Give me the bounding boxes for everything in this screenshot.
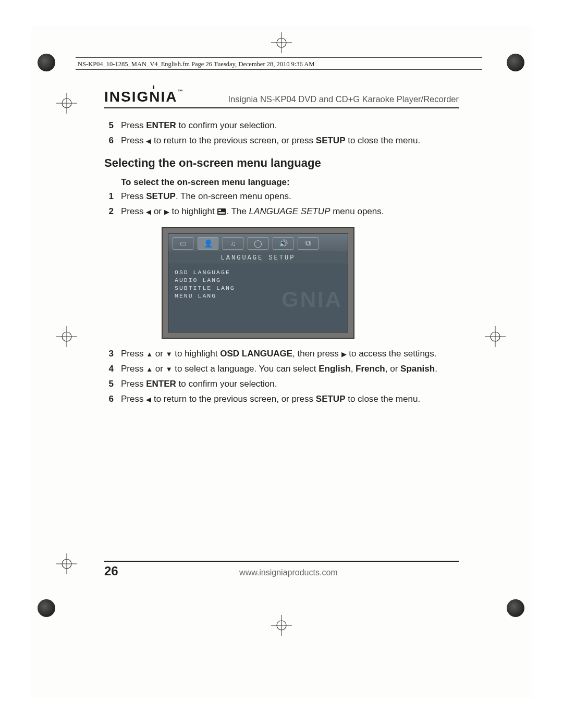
- bold-text: Spanish: [400, 364, 435, 374]
- menu-screenshot: ▭👤♫◯🔊⧉ LANGUAGE SETUP OSD LANGUAGEAUDIO …: [162, 227, 354, 339]
- step-body: Press ▲ or ▼ to select a language. You c…: [121, 363, 459, 375]
- crop-dot: [38, 599, 55, 617]
- down-arrow-icon: ▼: [166, 350, 173, 359]
- step-list-top: 5Press ENTER to confirm your selection.6…: [104, 120, 459, 147]
- step-item: 4Press ▲ or ▼ to select a language. You …: [104, 363, 459, 375]
- step-item: 1Press SETUP. The on-screen menu opens.: [104, 191, 459, 203]
- menu-tab-icon: 👤: [198, 237, 218, 250]
- step-body: Press ◀ to return to the previous screen…: [121, 393, 459, 405]
- trademark-icon: ™: [177, 89, 182, 94]
- registration-mark: [56, 553, 77, 574]
- menu-tab-icon: ◯: [248, 237, 268, 250]
- crop-dot: [38, 54, 55, 71]
- bold-text: English: [319, 364, 350, 374]
- language-menu-icon: [217, 208, 226, 215]
- step-body: Press ◀ or ▶ to highlight . The LANGUAGE…: [121, 206, 459, 218]
- svg-rect-19: [218, 209, 221, 211]
- italic-text: LANGUAGE SETUP: [249, 206, 331, 216]
- crop-dot: [507, 599, 524, 617]
- step-number: 2: [104, 206, 114, 218]
- svg-rect-20: [218, 212, 225, 213]
- page-header: INSIGNIA™ Insignia NS-KP04 DVD and CD+G …: [104, 89, 459, 108]
- document-title: Insignia NS-KP04 DVD and CD+G Karaoke Pl…: [193, 94, 459, 105]
- step-number: 5: [104, 378, 114, 390]
- step-body: Press ◀ to return to the previous screen…: [121, 135, 459, 147]
- menu-tab-row: ▭👤♫◯🔊⧉: [168, 234, 348, 252]
- file-info-bar: NS-KP04_10-1285_MAN_V4_English.fm Page 2…: [76, 57, 482, 70]
- brand-logo: INSIGNIA™: [104, 89, 186, 105]
- menu-tab-icon: ⧉: [298, 237, 319, 250]
- page-content: INSIGNIA™ Insignia NS-KP04 DVD and CD+G …: [104, 89, 459, 415]
- file-info-text: NS-KP04_10-1285_MAN_V4_English.fm Page 2…: [78, 60, 314, 68]
- footer-url: www.insigniaproducts.com: [118, 568, 459, 577]
- step-item: 5Press ENTER to confirm your selection.: [104, 120, 459, 132]
- section-heading: Selecting the on-screen menu language: [104, 156, 459, 170]
- menu-item-label: AUDIO LANG: [175, 276, 341, 284]
- menu-tab-icon: 🔊: [273, 237, 293, 250]
- step-body: Press ENTER to confirm your selection.: [121, 378, 459, 390]
- registration-mark: [271, 615, 292, 636]
- step-list-main-a: 1Press SETUP. The on-screen menu opens.2…: [104, 191, 459, 218]
- key-label: SETUP: [316, 135, 346, 145]
- menu-tab-icon: ♫: [223, 237, 243, 250]
- bold-text: SETUP: [316, 394, 346, 404]
- key-label: ENTER: [146, 120, 176, 130]
- page-number: 26: [104, 564, 118, 578]
- menu-item-label: MENU LANG: [175, 292, 341, 300]
- menu-tab-icon: ▭: [173, 237, 193, 250]
- step-item: 3Press ▲ or ▼ to highlight OSD LANGUAGE,…: [104, 348, 459, 360]
- bold-text: French: [356, 364, 385, 374]
- menu-item-label: SUBTITLE LANG: [175, 284, 341, 292]
- step-number: 5: [104, 120, 114, 132]
- step-number: 4: [104, 363, 114, 375]
- page-footer: 26 www.insigniaproducts.com: [104, 561, 459, 578]
- step-number: 1: [104, 191, 114, 203]
- right-arrow-icon: ▶: [164, 207, 169, 217]
- sub-heading: To select the on-screen menu language:: [121, 177, 459, 188]
- registration-mark: [56, 93, 77, 114]
- step-number: 6: [104, 135, 114, 147]
- left-arrow-icon: ◀: [146, 137, 151, 146]
- step-item: 2Press ◀ or ▶ to highlight . The LANGUAG…: [104, 206, 459, 218]
- step-item: 6Press ◀ to return to the previous scree…: [104, 393, 459, 405]
- brand-text: INSIGNIA: [104, 89, 177, 105]
- crop-dot: [507, 54, 524, 71]
- registration-mark: [271, 32, 292, 53]
- menu-screenshot-body: OSD LANGUAGEAUDIO LANGSUBTITLE LANGMENU …: [168, 264, 348, 332]
- menu-item-label: OSD LANGUAGE: [175, 268, 341, 276]
- step-item: 6Press ◀ to return to the previous scree…: [104, 135, 459, 147]
- step-body: Press SETUP. The on-screen menu opens.: [121, 191, 459, 203]
- bold-text: SETUP: [146, 191, 176, 201]
- svg-rect-21: [218, 213, 225, 214]
- brand-accent-icon: [153, 85, 154, 89]
- registration-mark: [56, 326, 77, 347]
- language-menu-icon: [217, 207, 226, 214]
- bold-text: OSD LANGUAGE: [220, 349, 292, 359]
- step-item: 5Press ENTER to confirm your selection.: [104, 378, 459, 390]
- step-number: 6: [104, 393, 114, 405]
- left-arrow-icon: ◀: [146, 395, 151, 404]
- step-number: 3: [104, 348, 114, 360]
- up-arrow-icon: ▲: [146, 350, 153, 359]
- menu-screenshot-title: LANGUAGE SETUP: [168, 252, 348, 264]
- down-arrow-icon: ▼: [166, 365, 173, 374]
- step-body: Press ENTER to confirm your selection.: [121, 120, 459, 132]
- right-arrow-icon: ▶: [341, 350, 347, 359]
- step-body: Press ▲ or ▼ to highlight OSD LANGUAGE, …: [121, 348, 459, 360]
- bold-text: ENTER: [146, 379, 176, 389]
- registration-mark: [485, 326, 506, 347]
- up-arrow-icon: ▲: [146, 365, 153, 374]
- left-arrow-icon: ◀: [146, 207, 151, 217]
- step-list-main-b: 3Press ▲ or ▼ to highlight OSD LANGUAGE,…: [104, 348, 459, 405]
